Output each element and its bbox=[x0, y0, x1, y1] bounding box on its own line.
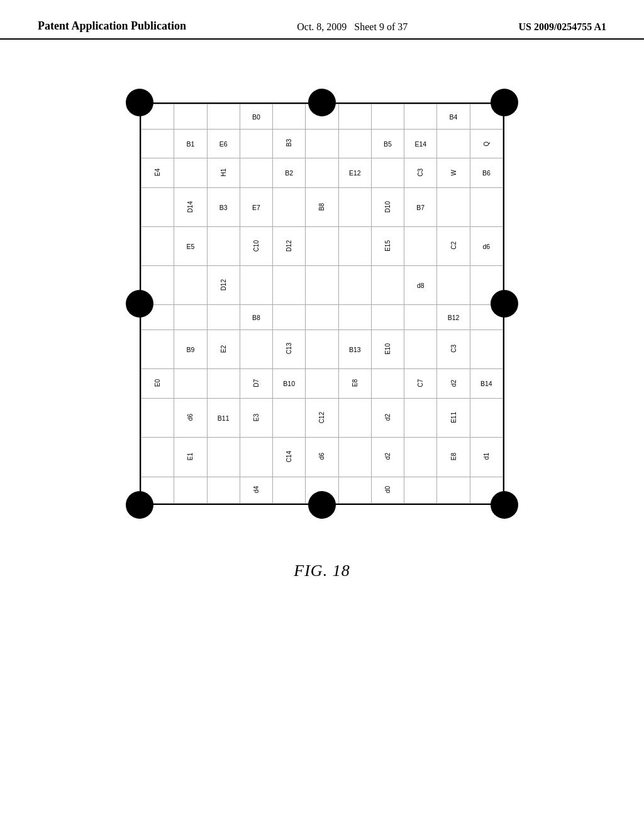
cell bbox=[142, 130, 174, 158]
cell: B8 bbox=[240, 305, 272, 330]
cell bbox=[306, 227, 338, 266]
cell: d8 bbox=[404, 266, 437, 305]
cell bbox=[240, 438, 272, 477]
cell: E5 bbox=[174, 227, 207, 266]
cell bbox=[470, 399, 502, 438]
cell: B14 bbox=[470, 369, 502, 399]
publication-title: Patent Application Publication bbox=[38, 19, 186, 33]
cell: D14 bbox=[174, 188, 207, 227]
cell bbox=[338, 477, 371, 504]
cell: B8 bbox=[306, 188, 338, 227]
cell bbox=[338, 227, 371, 266]
cell: d6 bbox=[306, 438, 338, 477]
cell bbox=[142, 330, 174, 369]
cell bbox=[371, 266, 404, 305]
diagram-area: B0 B4 B1 E6 B3 bbox=[0, 77, 644, 580]
cell bbox=[306, 158, 338, 187]
cell: B3 bbox=[207, 188, 240, 227]
cell: E8 bbox=[437, 438, 470, 477]
cell bbox=[404, 438, 437, 477]
cell bbox=[174, 305, 207, 330]
cell: B4 bbox=[437, 104, 470, 130]
cell bbox=[207, 104, 240, 130]
cell: E8 bbox=[338, 369, 371, 399]
cell bbox=[273, 399, 306, 438]
cell: W bbox=[437, 158, 470, 187]
cell: C12 bbox=[306, 399, 338, 438]
cell: E7 bbox=[240, 188, 272, 227]
cell bbox=[273, 188, 306, 227]
cell bbox=[207, 438, 240, 477]
mid-circle-left bbox=[126, 290, 153, 318]
mid-circle-top bbox=[308, 89, 336, 116]
cell bbox=[240, 158, 272, 187]
cell: E4 bbox=[142, 158, 174, 187]
cell: B2 bbox=[273, 158, 306, 187]
cell bbox=[470, 330, 502, 369]
cell: E12 bbox=[338, 158, 371, 187]
cell bbox=[437, 188, 470, 227]
cell: B6 bbox=[470, 158, 502, 187]
cell: E10 bbox=[371, 330, 404, 369]
cell: B9 bbox=[174, 330, 207, 369]
cell bbox=[404, 330, 437, 369]
cell: d4 bbox=[240, 477, 272, 504]
cell: d1 bbox=[470, 438, 502, 477]
cell: d0 bbox=[371, 477, 404, 504]
cell bbox=[371, 305, 404, 330]
cell: B3 bbox=[273, 130, 306, 158]
cell bbox=[437, 477, 470, 504]
publication-date: Oct. 8, 2009 Sheet 9 of 37 bbox=[297, 21, 408, 33]
cell bbox=[404, 305, 437, 330]
cell bbox=[240, 130, 272, 158]
cell: E0 bbox=[142, 369, 174, 399]
cell bbox=[273, 104, 306, 130]
cell bbox=[273, 305, 306, 330]
cell bbox=[207, 305, 240, 330]
grid-table: B0 B4 B1 E6 B3 bbox=[141, 104, 503, 504]
cell bbox=[306, 330, 338, 369]
cell: B5 bbox=[371, 130, 404, 158]
cell: C7 bbox=[404, 369, 437, 399]
cell: E3 bbox=[240, 399, 272, 438]
cell: E6 bbox=[207, 130, 240, 158]
cell: B1 bbox=[174, 130, 207, 158]
cell bbox=[338, 188, 371, 227]
cell bbox=[338, 399, 371, 438]
cell bbox=[437, 130, 470, 158]
cell bbox=[404, 399, 437, 438]
cell: Q bbox=[470, 130, 502, 158]
patent-number: US 2009/0254755 A1 bbox=[518, 21, 606, 33]
mid-circle-right bbox=[491, 290, 518, 318]
cell: C3 bbox=[404, 158, 437, 187]
cell bbox=[207, 227, 240, 266]
cell bbox=[371, 369, 404, 399]
cell bbox=[174, 369, 207, 399]
cell bbox=[174, 477, 207, 504]
cell: C13 bbox=[273, 330, 306, 369]
cell: C3 bbox=[437, 330, 470, 369]
cell bbox=[207, 369, 240, 399]
cell: B12 bbox=[437, 305, 470, 330]
corner-circle-tr bbox=[491, 89, 518, 116]
cell bbox=[273, 477, 306, 504]
cell: E11 bbox=[437, 399, 470, 438]
cell bbox=[142, 438, 174, 477]
cell: d6 bbox=[470, 227, 502, 266]
cell bbox=[306, 266, 338, 305]
cell bbox=[240, 266, 272, 305]
cell bbox=[306, 305, 338, 330]
cell bbox=[338, 130, 371, 158]
cell bbox=[371, 158, 404, 187]
cell bbox=[470, 188, 502, 227]
cell bbox=[338, 266, 371, 305]
cell: C10 bbox=[240, 227, 272, 266]
cell bbox=[174, 104, 207, 130]
cell: E1 bbox=[174, 438, 207, 477]
cell: d2 bbox=[437, 369, 470, 399]
cell: E14 bbox=[404, 130, 437, 158]
cell: d6 bbox=[174, 399, 207, 438]
cell: d2 bbox=[371, 399, 404, 438]
grid-container: B0 B4 B1 E6 B3 bbox=[114, 77, 530, 530]
cell bbox=[404, 104, 437, 130]
